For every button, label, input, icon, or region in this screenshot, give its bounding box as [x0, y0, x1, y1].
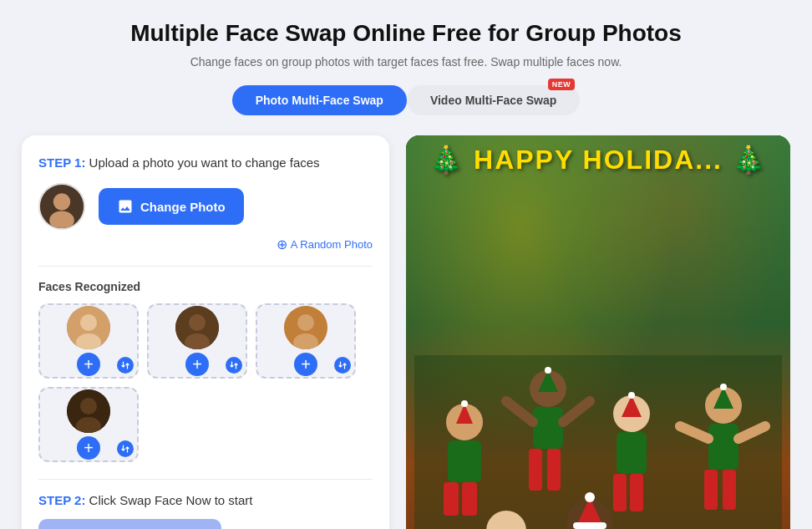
- face-card-2: +: [147, 303, 247, 379]
- svg-point-13: [80, 398, 97, 415]
- face-preview-3: [284, 306, 327, 349]
- step1-label: STEP 1: Upload a photo you want to chang…: [38, 155, 373, 170]
- face-card-3: +: [256, 303, 356, 379]
- swap-face-now-button[interactable]: Swap Face Now →: [38, 519, 221, 529]
- add-face-4-btn[interactable]: +: [77, 436, 100, 460]
- image-icon: [117, 198, 134, 215]
- current-photo-thumb: [38, 183, 85, 230]
- page-subtitle: Change faces on group photos with target…: [17, 55, 795, 69]
- scene-holiday-text: 🎄 HAPPY HOLIDA... 🎄: [429, 144, 767, 175]
- main-content: STEP 1: Upload a photo you want to chang…: [22, 135, 790, 529]
- refresh-icon: ⊕: [277, 237, 287, 252]
- svg-rect-20: [462, 482, 477, 516]
- upload-row: Change Photo: [38, 183, 373, 230]
- svg-rect-40: [723, 470, 736, 510]
- swap-indicator-4: [117, 440, 134, 457]
- svg-point-49: [585, 492, 595, 502]
- svg-rect-25: [529, 449, 542, 491]
- step2-label: STEP 2: Click Swap Face Now to start: [38, 493, 373, 507]
- svg-point-22: [461, 400, 468, 407]
- svg-rect-19: [444, 482, 459, 516]
- face-preview-4: [67, 389, 110, 433]
- add-face-3-btn[interactable]: +: [294, 353, 317, 376]
- svg-rect-26: [547, 449, 561, 491]
- divider: [38, 266, 373, 267]
- swap-indicator-2: [226, 357, 242, 374]
- preview-panel: 🎄 HAPPY HOLIDA... 🎄: [406, 135, 790, 529]
- svg-rect-33: [613, 474, 627, 511]
- add-face-1-btn[interactable]: +: [77, 353, 100, 376]
- preview-image: 🎄 HAPPY HOLIDA... 🎄: [406, 135, 790, 529]
- face-preview-1: [67, 306, 110, 349]
- change-photo-button[interactable]: Change Photo: [99, 188, 244, 225]
- face-card-4: +: [38, 387, 139, 462]
- thumb-face-svg: [40, 185, 84, 228]
- divider-2: [38, 479, 373, 480]
- face-preview-2: [175, 306, 219, 349]
- random-photo-link[interactable]: ⊕ A Random Photo: [38, 237, 373, 252]
- svg-rect-50: [573, 522, 606, 529]
- tab-photo[interactable]: Photo Multi-Face Swap: [232, 85, 407, 115]
- elf-scene-svg: [406, 355, 790, 529]
- add-face-2-btn[interactable]: +: [185, 353, 209, 376]
- svg-point-30: [545, 367, 551, 374]
- svg-rect-18: [448, 440, 481, 482]
- face-card-1: +: [38, 303, 139, 379]
- svg-point-36: [628, 392, 635, 399]
- svg-point-44: [720, 384, 727, 390]
- svg-rect-24: [533, 407, 563, 449]
- svg-rect-34: [630, 474, 643, 511]
- left-panel: STEP 1: Upload a photo you want to chang…: [22, 135, 389, 529]
- svg-point-7: [189, 314, 206, 331]
- svg-rect-38: [708, 424, 738, 470]
- svg-point-1: [53, 193, 70, 210]
- svg-point-4: [80, 314, 97, 331]
- swap-indicator-1: [117, 357, 134, 374]
- svg-rect-32: [617, 432, 647, 474]
- svg-rect-39: [704, 470, 718, 510]
- new-badge: NEW: [548, 79, 576, 90]
- tab-video[interactable]: Video Multi-Face Swap NEW: [407, 85, 580, 115]
- swap-indicator-3: [334, 357, 351, 374]
- tabs-row: Photo Multi-Face Swap Video Multi-Face S…: [17, 85, 795, 115]
- svg-point-10: [297, 314, 314, 331]
- page-title: Multiple Face Swap Online Free for Group…: [17, 20, 795, 47]
- faces-recognized-label: Faces Recognized: [38, 280, 373, 293]
- faces-grid: + +: [38, 303, 373, 462]
